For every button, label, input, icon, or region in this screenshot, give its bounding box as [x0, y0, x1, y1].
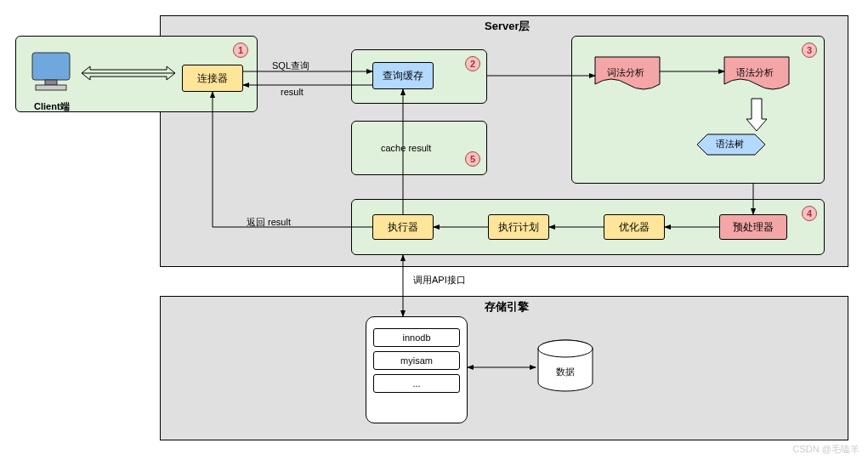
syntax-tree-text: 语法树 — [716, 138, 744, 150]
result-label: result — [281, 87, 304, 97]
return-result-label: 返回 result — [247, 216, 291, 229]
engine-etc: ... — [373, 374, 460, 393]
syntax-text: 语法分析 — [736, 66, 774, 79]
connector-text: 连接器 — [197, 71, 228, 86]
badge-3: 3 — [802, 43, 817, 58]
executor-text: 执行器 — [388, 220, 418, 235]
api-call-label: 调用API接口 — [413, 274, 466, 287]
server-label: Server层 — [485, 19, 530, 34]
storage-label: 存储引擎 — [485, 299, 529, 315]
optimizer-box: 优化器 — [604, 214, 665, 240]
preprocessor-box: 预处理器 — [719, 214, 787, 240]
exec-plan-text: 执行计划 — [498, 220, 539, 235]
lexical-text: 词法分析 — [607, 66, 644, 79]
badge-4: 4 — [802, 206, 817, 221]
engine-container: innodb myisam ... — [366, 316, 468, 423]
storage-region — [160, 296, 848, 440]
badge-5: 5 — [465, 151, 480, 167]
preprocessor-text: 预处理器 — [733, 220, 774, 235]
engine-innodb: innodb — [373, 328, 460, 347]
badge-2: 2 — [465, 56, 480, 71]
query-cache-text: 查询缓存 — [383, 69, 423, 83]
diagram-canvas: Server层 存储引擎 Client端 连接器 1 查询缓存 2 cache … — [0, 0, 868, 460]
exec-plan-box: 执行计划 — [488, 214, 549, 240]
engine-myisam: myisam — [373, 351, 460, 370]
watermark: CSDN @毛嗑羊 — [793, 443, 859, 456]
parser-group — [571, 36, 825, 184]
data-text: 数据 — [556, 366, 575, 378]
optimizer-text: 优化器 — [619, 220, 650, 235]
query-cache-box: 查询缓存 — [372, 62, 434, 89]
client-caption: Client端 — [34, 100, 70, 113]
sql-query-label: SQL查询 — [272, 60, 309, 72]
badge-1: 1 — [233, 43, 248, 58]
cache-result-label: cache result — [381, 143, 431, 153]
connector-box: 连接器 — [182, 65, 243, 92]
executor-box: 执行器 — [372, 214, 434, 240]
